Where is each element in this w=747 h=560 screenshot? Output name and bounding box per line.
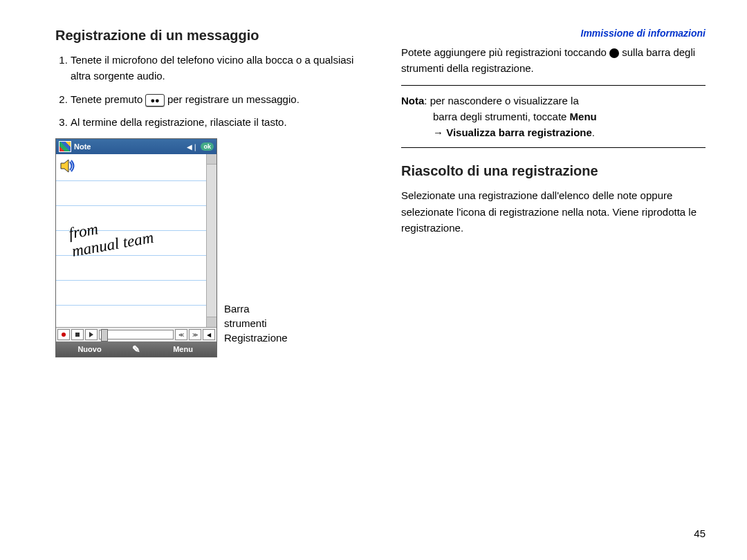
- adding-recordings-para: Potete aggiungere più registrazioni tocc…: [401, 44, 706, 77]
- volume-button-icon: ◀: [203, 329, 215, 340]
- pda-titlebar: Note ◀❘ ok: [56, 139, 216, 154]
- heading-record-message: Registrazione di un messaggio: [55, 28, 360, 44]
- recording-toolbar: ≪ ≫ ◀: [56, 327, 216, 342]
- step-2: Tenete premuto ●● per registrare un mess…: [71, 91, 360, 107]
- play-button-icon: [85, 329, 98, 340]
- playback-para: Selezionate una registrazione dall'elenc…: [401, 187, 706, 236]
- recording-icon: [60, 158, 77, 174]
- svg-marker-0: [61, 160, 68, 172]
- record-button-icon: [57, 329, 70, 340]
- page-number: 45: [694, 528, 706, 539]
- softkey-menu: Menu: [149, 345, 216, 353]
- stop-button-icon: [71, 329, 84, 340]
- steps-list: Tenete il microfono del telefono vicino …: [55, 52, 360, 130]
- pda-screenshot: Note ◀❘ ok f: [55, 138, 217, 357]
- softkey-new: Nuovo: [56, 345, 123, 353]
- right-column: Immissione di informazioni Potete aggiun…: [401, 28, 706, 357]
- record-dot-icon: [609, 48, 619, 58]
- left-column: Registrazione di un messaggio Tenete il …: [55, 28, 360, 357]
- record-key-icon: ●●: [145, 94, 164, 106]
- playback-slider: [99, 330, 174, 339]
- softkey-draw-icon: ✎: [123, 344, 149, 355]
- heading-playback: Riascolto di una registrazione: [401, 163, 706, 179]
- pda-scrollbar: [206, 154, 216, 327]
- screenshot-caption: Barra strumenti Registrazione: [224, 301, 288, 357]
- volume-icon: ◀❘: [187, 143, 198, 151]
- windows-flag-icon: [59, 141, 71, 152]
- handwriting: from manual team: [67, 211, 155, 261]
- pda-softkey-bar: Nuovo ✎ Menu: [56, 342, 216, 357]
- next-button-icon: ≫: [189, 329, 201, 340]
- step-3: Al termine della registrazione, rilascia…: [71, 114, 360, 130]
- section-breadcrumb: Immissione di informazioni: [401, 28, 706, 39]
- pda-title: Note: [74, 142, 187, 151]
- pda-note-canvas: from manual team: [56, 154, 216, 327]
- prev-button-icon: ≪: [175, 329, 187, 340]
- step-1: Tenete il microfono del telefono vicino …: [71, 52, 360, 84]
- note-block: Nota: per nascondere o visualizzare la b…: [401, 85, 706, 149]
- pda-ok-badge: ok: [201, 142, 214, 151]
